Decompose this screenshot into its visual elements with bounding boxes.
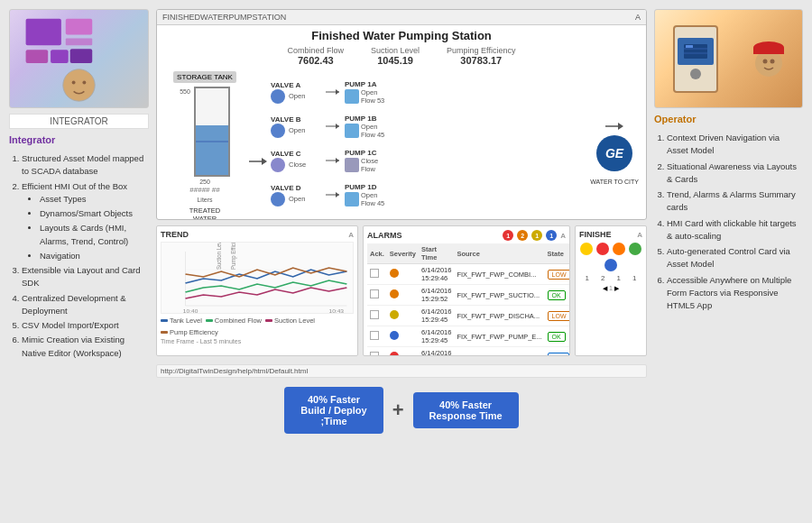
storage-tank-label: STORAGE TANK <box>173 71 236 83</box>
dot-1 <box>580 243 593 255</box>
tablet-screen <box>678 38 714 65</box>
hmi-titlebar-a: A <box>635 13 641 22</box>
device-home-button <box>690 69 701 79</box>
alarm-state-2: OK <box>548 290 566 300</box>
severity-icon-1 <box>390 269 399 278</box>
finished-page-nav: ◀ 1 ▶ <box>579 285 642 292</box>
finished-title: FINISHE <box>579 230 612 239</box>
alarm-row-3: 6/14/2016 15:29:45 FIX_FWT_FWP_DISCHA...… <box>367 306 570 326</box>
tank-level-550: 550 <box>180 87 190 95</box>
svg-text:10:43: 10:43 <box>329 309 345 314</box>
svg-point-8 <box>72 81 76 85</box>
legend-tank-level: Tank Level <box>161 317 202 325</box>
op-item-3: Trend, Alarms & Alarms Summary cards <box>667 188 803 215</box>
ack-checkbox-5[interactable] <box>370 352 379 356</box>
op-item-2: Situational Awareness via Layouts & Card… <box>667 161 803 187</box>
dot-3 <box>613 243 625 255</box>
legend-suction-level: Suction Level <box>265 317 315 325</box>
stat-value-1: 7602.43 <box>288 55 345 66</box>
stat-label-2: Suction Level <box>371 46 420 55</box>
vp-row-2: VALVE B Open PUMP 1B <box>271 115 586 139</box>
list-sub-1: Asset Types <box>40 193 149 206</box>
alarm-time-4: 6/14/2016 15:29:45 <box>419 326 454 347</box>
col-state: State <box>545 243 570 264</box>
trend-footer: Time Frame - Last 5 minutes <box>161 338 354 344</box>
valve-d: VALVE D Open <box>271 184 320 206</box>
tank-wrapper <box>194 87 230 177</box>
severity-icon-2 <box>390 289 399 298</box>
finished-card: FINISHE A 1 2 1 1 ◀ 1 <box>575 225 647 356</box>
dot-4 <box>629 243 641 255</box>
severity-icon-3 <box>390 310 399 319</box>
svg-marker-15 <box>336 124 339 129</box>
integrator-image <box>9 9 149 108</box>
treated-label: TREATEDWATERFROM PLANT <box>183 206 226 220</box>
trend-legend: Tank Level Combined Flow Suction Level P… <box>161 317 354 336</box>
vp-row-1: VALVE A Open PUMP 1A <box>271 80 586 105</box>
list-item-2: Efficient HMI Out of the Box Asset Types… <box>22 180 149 263</box>
finished-next-button[interactable]: ▶ <box>614 285 619 292</box>
alarm-row-4: 6/14/2016 15:29:45 FIX_FWT_FWP_PUMP_E...… <box>367 326 570 347</box>
ack-checkbox-3[interactable] <box>370 310 379 319</box>
svg-rect-3 <box>26 50 49 63</box>
ack-checkbox-4[interactable] <box>370 331 379 340</box>
svg-rect-5 <box>70 49 93 63</box>
trend-a: A <box>348 231 354 239</box>
stat-pumping-efficiency: Pumping Efficiency 30783.17 <box>447 46 515 66</box>
alarm-state-4: OK <box>548 332 566 342</box>
valve-a-icon <box>271 89 285 104</box>
trend-card: TREND A Suction Level Pump Efficiency <box>156 225 358 356</box>
vp-row-4: VALVE D Open PUMP 1D <box>271 183 586 207</box>
legend-combined-flow: Combined Flow <box>206 317 262 325</box>
col-source: Source <box>454 243 544 264</box>
stat-combined-flow: Combined Flow 7602.43 <box>288 46 345 66</box>
list-sub-3: Layouts & Cards (HMI, Alarms, Trend, Con… <box>40 222 149 248</box>
svg-marker-17 <box>336 158 339 163</box>
integrator-title: Integrator <box>9 134 149 145</box>
left-panel: INTEGRATOR Integrator Structured Asset M… <box>9 9 149 362</box>
faster-response-button[interactable]: 40% FasterResponse Time <box>413 392 519 428</box>
badge-yellow: 1 <box>531 230 542 241</box>
alarm-source-3: FIX_FWT_FWP_DISCHA... <box>454 306 544 326</box>
svg-rect-2 <box>66 38 92 45</box>
svg-marker-21 <box>618 123 623 130</box>
finished-prev-button[interactable]: ◀ <box>603 285 607 292</box>
stat-value-3: 30783.17 <box>447 55 515 66</box>
badge-red-circle: 1 <box>503 230 513 241</box>
plus-icon: + <box>392 399 404 422</box>
pump-1d-icon <box>345 192 359 206</box>
center-panel: FINISHEDWATERPUMPSTATION A Finished Wate… <box>156 9 647 434</box>
alarm-row-1: 6/14/2016 15:29:46 FIX_FWT_FWP_COMBI... … <box>367 264 570 285</box>
ack-checkbox-2[interactable] <box>370 289 379 298</box>
url-bar[interactable]: http://DigitalTwinDesign/help/html/Defau… <box>156 364 647 378</box>
tank-arrow <box>249 71 267 216</box>
pump-1c-icon <box>345 158 359 172</box>
stat-label-3: Pumping Efficiency <box>447 46 515 55</box>
alarms-a: A <box>560 232 566 240</box>
valve-b: VALVE B Open <box>271 115 320 138</box>
right-panel: Operator Context Driven Navigation via A… <box>654 9 803 315</box>
ack-checkbox-1[interactable] <box>370 269 379 278</box>
trend-header: TREND A <box>161 230 354 239</box>
alarms-header: ALARMS 1 2 1 1 A <box>367 230 566 241</box>
dot-2 <box>596 243 609 255</box>
integrator-label: INTEGRATOR <box>9 114 149 129</box>
finished-header: FINISHE A <box>579 230 642 239</box>
alarms-title: ALARMS <box>367 231 402 240</box>
alarm-time-5: 6/14/2016 15:21:25 <box>419 347 454 357</box>
severity-icon-4 <box>390 331 399 340</box>
operator-list: Context Driven Navigation via Asset Mode… <box>654 132 803 315</box>
hmi-window: FINISHEDWATERPUMPSTATION A Finished Wate… <box>156 9 647 220</box>
alarm-source-4: FIX_FWT_FWP_PUMP_E... <box>454 326 544 347</box>
hmi-titlebar: FINISHEDWATERPUMPSTATION A <box>157 10 646 25</box>
water-city-area: GE WATER TO CITY <box>590 71 639 216</box>
svg-text:Suction Level: Suction Level <box>215 243 222 270</box>
svg-rect-1 <box>66 19 92 35</box>
valve-a: VALVE A Open <box>271 81 320 104</box>
dot-5 <box>604 259 617 271</box>
legend-dot-4 <box>161 331 168 334</box>
badge-orange-circle: 2 <box>517 230 528 241</box>
svg-text:10:40: 10:40 <box>183 309 198 314</box>
alarm-source-1: FIX_FWT_FWP_COMBI... <box>454 264 544 285</box>
faster-build-button[interactable]: 40% FasterBuild / Deploy;Time <box>284 387 383 434</box>
